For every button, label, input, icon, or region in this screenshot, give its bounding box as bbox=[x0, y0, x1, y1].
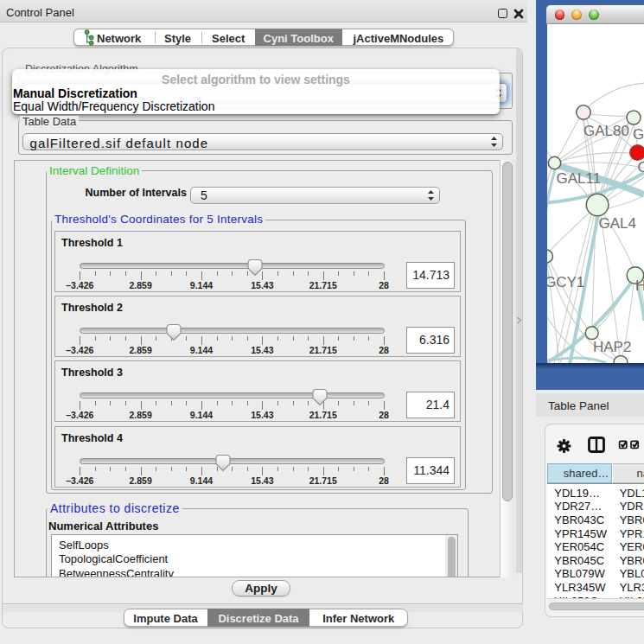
svg-text:HAP2: HAP2 bbox=[593, 338, 631, 354]
svg-text:GA: GA bbox=[633, 126, 644, 143]
svg-text:C: C bbox=[638, 158, 644, 175]
svg-text:GAL80: GAL80 bbox=[583, 123, 629, 139]
svg-text:GAL4: GAL4 bbox=[599, 215, 636, 232]
svg-text:H: H bbox=[635, 277, 644, 294]
svg-text:GAL11: GAL11 bbox=[557, 169, 602, 186]
svg-text:GCY1: GCY1 bbox=[547, 273, 584, 290]
